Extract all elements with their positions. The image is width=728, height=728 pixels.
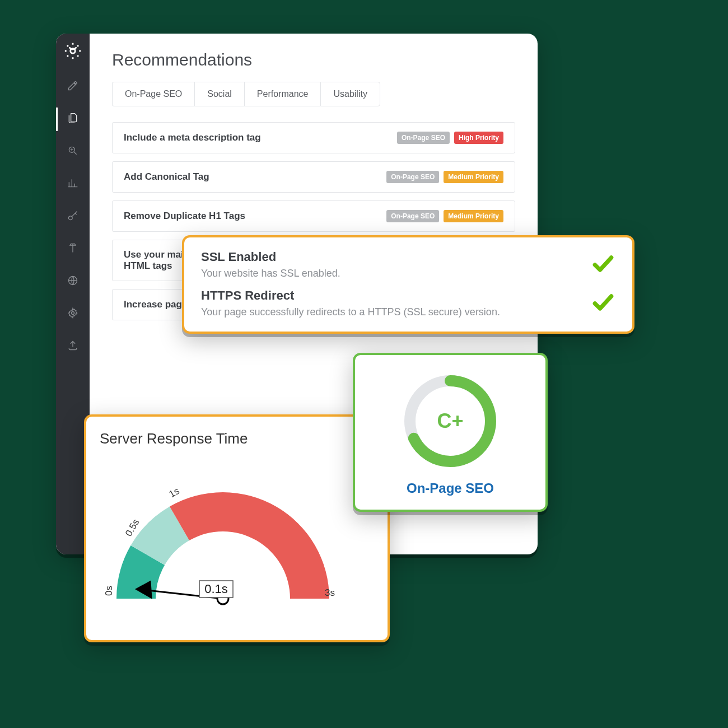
documents-icon — [67, 113, 78, 126]
tab-performance[interactable]: Performance — [244, 82, 321, 106]
bar-chart-icon — [67, 178, 78, 191]
category-badge: On-Page SEO — [386, 171, 439, 183]
grade-letter: C+ — [400, 371, 501, 472]
check-detail: Your page successfully redirects to a HT… — [201, 306, 500, 318]
svg-point-2 — [69, 216, 73, 220]
sidebar-item-zoom[interactable] — [56, 137, 90, 167]
svg-text:1s: 1s — [167, 486, 181, 500]
recommendation-row[interactable]: Add Canonical Tag On-Page SEO Medium Pri… — [112, 161, 515, 193]
svg-text:3s: 3s — [325, 587, 335, 598]
security-checks-card: SSL Enabled Your website has SSL enabled… — [182, 235, 634, 334]
gear-icon — [67, 307, 78, 321]
grade-label: On-Page SEO — [366, 480, 534, 496]
response-time-card: Server Response Time 0s 0.5s 1s 3s — [84, 414, 390, 642]
recommendation-title: Remove Duplicate H1 Tags — [124, 211, 245, 222]
grade-ring-chart: C+ — [400, 371, 501, 472]
svg-text:0.1s: 0.1s — [204, 582, 228, 596]
recommendation-title: Include a meta description tag — [124, 132, 261, 143]
sidebar-item-edit[interactable] — [56, 72, 90, 102]
check-heading: HTTPS Redirect — [201, 288, 500, 303]
edit-icon — [67, 80, 78, 94]
priority-badge: Medium Priority — [444, 210, 503, 222]
sidebar-item-tools[interactable] — [56, 234, 90, 264]
grade-card: C+ On-Page SEO — [353, 353, 548, 512]
page-title: Recommendations — [112, 50, 515, 69]
gauge-title: Server Response Time — [100, 430, 374, 447]
svg-text:0s: 0s — [104, 586, 114, 596]
gauge-chart: 0s 0.5s 1s 3s 0.1s — [100, 453, 374, 615]
check-row: HTTPS Redirect Your page successfully re… — [201, 288, 615, 318]
sidebar-item-globe[interactable] — [56, 267, 90, 297]
tab-usability[interactable]: Usability — [320, 82, 380, 106]
tab-onpage[interactable]: On-Page SEO — [112, 82, 194, 106]
share-icon — [67, 340, 78, 353]
recommendation-title: Add Canonical Tag — [124, 171, 209, 183]
sidebar-item-share[interactable] — [56, 332, 90, 362]
tab-social[interactable]: Social — [194, 82, 244, 106]
category-badge: On-Page SEO — [397, 132, 450, 144]
globe-icon — [67, 275, 78, 288]
category-badge: On-Page SEO — [386, 210, 439, 222]
zoom-icon — [67, 145, 78, 158]
recommendation-row[interactable]: Include a meta description tag On-Page S… — [112, 122, 515, 153]
check-row: SSL Enabled Your website has SSL enabled… — [201, 250, 615, 279]
recommendation-row[interactable]: Remove Duplicate H1 Tags On-Page SEO Med… — [112, 200, 515, 232]
check-pass-icon — [591, 290, 615, 317]
hammer-icon — [67, 242, 78, 256]
sidebar-item-settings[interactable] — [56, 299, 90, 329]
svg-point-4 — [72, 312, 74, 315]
priority-badge: High Priority — [454, 132, 503, 144]
check-detail: Your website has SSL enabled. — [201, 268, 340, 279]
priority-badge: Medium Priority — [444, 171, 503, 183]
logo-gear-icon — [63, 41, 82, 63]
sidebar-item-documents[interactable] — [56, 104, 90, 134]
key-icon — [67, 210, 78, 223]
sidebar-item-keys[interactable] — [56, 202, 90, 232]
sidebar-item-charts[interactable] — [56, 169, 90, 199]
category-tabs: On-Page SEO Social Performance Usability — [112, 82, 515, 106]
check-heading: SSL Enabled — [201, 250, 340, 264]
check-pass-icon — [591, 251, 615, 278]
